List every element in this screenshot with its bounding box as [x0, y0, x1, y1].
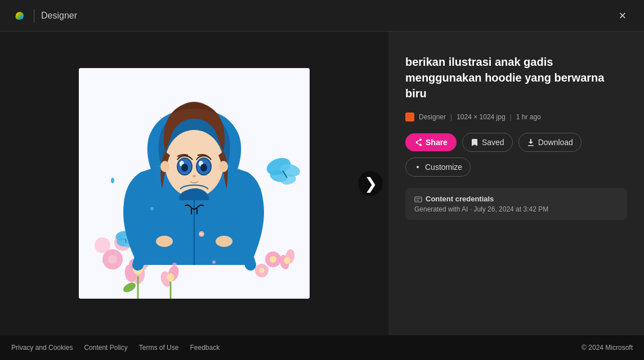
footer-feedback[interactable]: Feedback	[190, 344, 220, 352]
right-panel: berikan ilustrasi anak gadis menggunakan…	[388, 32, 644, 335]
svg-point-41	[219, 161, 228, 172]
saved-label: Saved	[482, 138, 504, 147]
footer: Privacy and Cookies Content Policy Terms…	[0, 335, 644, 360]
download-button[interactable]: Download	[518, 133, 582, 152]
download-label: Download	[538, 138, 573, 147]
svg-point-55	[156, 236, 173, 247]
footer-copyright: © 2024 Microsoft	[582, 344, 633, 352]
anime-illustration	[79, 68, 310, 299]
svg-point-50	[181, 164, 188, 172]
svg-point-34	[111, 178, 114, 183]
credentials-icon	[414, 195, 422, 203]
svg-rect-65	[415, 197, 422, 202]
footer-terms[interactable]: Terms of Use	[139, 344, 179, 352]
svg-point-56	[216, 236, 232, 247]
credentials-subtitle: Generated with AI · July 26, 2024 at 3:4…	[414, 205, 618, 213]
download-icon	[527, 138, 535, 146]
main-content: ❯ berikan ilustrasi anak gadis menggunak…	[0, 32, 644, 335]
svg-point-36	[270, 256, 276, 263]
saved-icon	[471, 138, 478, 146]
image-area: ❯	[0, 32, 388, 335]
svg-point-6	[95, 237, 110, 253]
header-left: Designer	[11, 8, 77, 24]
svg-point-14	[167, 273, 175, 281]
image-title: berikan ilustrasi anak gadis menggunakan…	[405, 54, 627, 101]
meta-sep2: |	[510, 113, 512, 121]
actions-row: Share Saved Download Customize	[405, 133, 627, 177]
svg-point-51	[200, 164, 207, 172]
share-icon	[414, 138, 422, 146]
svg-point-57	[172, 263, 177, 267]
image-container	[79, 68, 310, 299]
footer-privacy[interactable]: Privacy and Cookies	[11, 344, 73, 352]
svg-point-64	[417, 166, 419, 168]
svg-point-3	[108, 255, 117, 264]
svg-point-39	[165, 130, 223, 197]
footer-links: Privacy and Cookies Content Policy Terms…	[11, 344, 220, 352]
designer-icon	[405, 112, 414, 122]
credentials-title: Content credentials	[414, 195, 618, 203]
meta-dimensions: 1024 × 1024 jpg	[457, 113, 505, 121]
app-header: Designer ×	[0, 0, 644, 32]
meta-sep1: |	[450, 113, 452, 121]
meta-time: 1 hr ago	[516, 113, 541, 121]
svg-point-58	[212, 260, 216, 264]
svg-point-59	[150, 207, 154, 210]
copilot-logo	[11, 8, 27, 24]
footer-content-policy[interactable]: Content Policy	[84, 344, 127, 352]
svg-rect-63	[405, 112, 414, 122]
header-divider	[34, 9, 34, 22]
saved-button[interactable]: Saved	[462, 133, 513, 152]
app-title: Designer	[41, 11, 77, 21]
meta-row: Designer | 1024 × 1024 jpg | 1 hr ago	[405, 112, 627, 122]
credentials-box: Content credentials Generated with AI · …	[405, 188, 627, 220]
close-button[interactable]: ×	[612, 6, 633, 26]
svg-point-38	[259, 268, 265, 273]
share-button[interactable]: Share	[405, 133, 457, 151]
share-label: Share	[426, 138, 448, 147]
customize-label: Customize	[425, 163, 462, 172]
svg-point-52	[193, 175, 196, 177]
next-button[interactable]: ❯	[358, 171, 383, 196]
svg-point-62	[284, 257, 290, 264]
meta-source: Designer	[419, 113, 446, 121]
svg-point-40	[160, 161, 169, 172]
customize-icon	[414, 163, 422, 171]
svg-point-54	[200, 233, 203, 236]
customize-button[interactable]: Customize	[405, 158, 471, 177]
